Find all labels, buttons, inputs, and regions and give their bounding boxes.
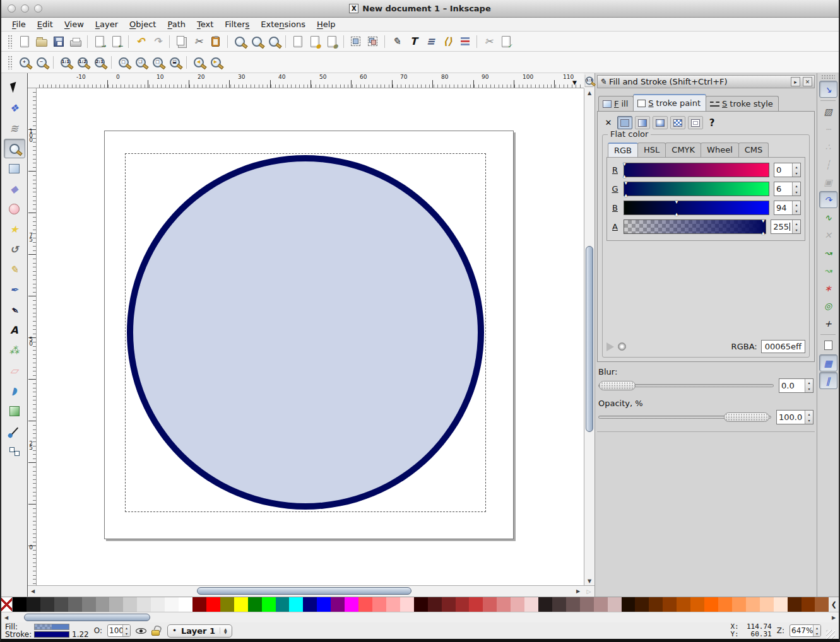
snap-to-paths-button[interactable]: ∿	[819, 209, 837, 226]
g-slider[interactable]	[624, 182, 769, 196]
duplicate-button[interactable]	[289, 33, 306, 50]
palette-swatch[interactable]	[96, 597, 110, 612]
palette-swatch[interactable]	[137, 597, 151, 612]
export-bitmap-button[interactable]: ←	[108, 33, 125, 50]
paste-button[interactable]	[207, 33, 224, 50]
no-paint-button[interactable]: ✕	[602, 117, 615, 129]
palette-swatch[interactable]	[386, 597, 400, 612]
palette-swatch[interactable]	[538, 597, 552, 612]
palette-swatch[interactable]	[192, 597, 206, 612]
palette-swatch[interactable]	[746, 597, 760, 612]
palette-swatch[interactable]	[428, 597, 442, 612]
snap-nodes-button[interactable]: ↷	[819, 191, 837, 208]
palette-scroll-right-arrow[interactable]: ▶	[829, 612, 839, 622]
selector-tool-button[interactable]	[4, 78, 25, 98]
zoom-to-drawing-button[interactable]	[248, 33, 265, 50]
palette-scroll-track[interactable]	[11, 612, 829, 622]
unlink-clone-button[interactable]: ●	[323, 33, 340, 50]
toolbar-grip[interactable]	[8, 35, 12, 49]
pen-tool-button[interactable]: ✒	[4, 280, 25, 300]
palette-swatch[interactable]	[442, 597, 456, 612]
opacity-spinbox[interactable]: 100.0 ▴▾	[776, 410, 813, 424]
snap-bbox-edges-button[interactable]: ┄	[819, 120, 837, 137]
palette-swatch[interactable]	[594, 597, 608, 612]
palette-swatch[interactable]	[372, 597, 386, 612]
palette-swatch[interactable]	[704, 597, 718, 612]
swatch-button[interactable]	[688, 116, 703, 129]
palette-scroll-left-arrow[interactable]: ◀	[1, 612, 11, 622]
palette-swatch[interactable]	[234, 597, 248, 612]
tweak-tool-button[interactable]: ≋	[4, 119, 25, 138]
palette-swatch[interactable]	[677, 597, 690, 612]
preferences-button[interactable]: ✂	[480, 33, 497, 50]
redo-button[interactable]: ↷	[149, 33, 166, 50]
palette-swatch[interactable]	[123, 597, 137, 612]
snap-guides-button[interactable]: ∥	[819, 372, 837, 389]
palette-swatch[interactable]	[276, 597, 290, 612]
print-document-button[interactable]	[67, 33, 84, 50]
zoom-to-selection-button[interactable]	[231, 33, 248, 50]
snap-cusp-nodes-button[interactable]: ↝	[819, 244, 837, 261]
palette-swatch[interactable]	[566, 597, 580, 612]
unknown-paint-button[interactable]: ?	[706, 117, 718, 129]
palette-swatch[interactable]	[151, 597, 165, 612]
zoom-page-width-button[interactable]: ⬓	[166, 54, 183, 71]
new-document-button[interactable]	[16, 33, 33, 50]
copy-button[interactable]	[173, 33, 190, 50]
resize-grip[interactable]	[826, 630, 835, 639]
palette-swatch[interactable]	[497, 597, 511, 612]
palette-swatch[interactable]	[608, 597, 622, 612]
snap-bbox-edge-midpoints-button[interactable]: ┆	[819, 156, 837, 173]
palette-swatch[interactable]	[663, 597, 677, 612]
fill-swatch[interactable]	[34, 624, 69, 630]
paint-bucket-tool-button[interactable]: ◗	[4, 381, 25, 400]
text-dialog-button[interactable]: T	[405, 33, 422, 50]
palette-swatch[interactable]	[469, 597, 483, 612]
palette-swatch[interactable]	[54, 597, 68, 612]
blur-spinbox[interactable]: 0.0 ▴▾	[779, 378, 813, 393]
gradient-tool-button[interactable]	[4, 401, 25, 421]
panel-float-button[interactable]: ▸	[791, 77, 800, 86]
palette-swatch[interactable]	[262, 597, 276, 612]
palette-swatch[interactable]	[649, 597, 663, 612]
snap-midpoints-button[interactable]: ∗	[819, 279, 837, 296]
palette-swatch[interactable]	[815, 597, 829, 612]
palette-swatch[interactable]	[524, 597, 538, 612]
palette-swatch[interactable]	[511, 597, 524, 612]
snap-object-centers-button[interactable]: ◎	[819, 297, 837, 314]
menu-view[interactable]: View	[59, 19, 90, 30]
g-spinbox[interactable]: 6▴▾	[774, 182, 801, 196]
palette-swatch[interactable]	[400, 597, 414, 612]
menu-text[interactable]: Text	[191, 19, 219, 30]
snap-grids-button[interactable]: ▦	[819, 354, 837, 371]
color-tab-wheel[interactable]: Wheel	[701, 143, 739, 157]
palette-swatch[interactable]	[165, 597, 179, 612]
zoom-window-button[interactable]	[34, 4, 42, 13]
tab-stroke-paint[interactable]: Stroke paint	[633, 94, 706, 111]
layer-lock-icon[interactable]	[151, 630, 160, 636]
palette-swatch[interactable]	[317, 597, 331, 612]
open-document-button[interactable]	[33, 33, 50, 50]
dropper-tool-button[interactable]	[4, 421, 25, 441]
scroll-right-arrow[interactable]: ▶	[573, 586, 583, 597]
opacity-slider[interactable]	[598, 416, 771, 419]
color-tab-cmyk[interactable]: CMYK	[665, 143, 701, 157]
palette-swatch[interactable]	[109, 597, 123, 612]
palette-swatch[interactable]	[718, 597, 732, 612]
a-spinbox[interactable]: 255▴▾	[771, 219, 801, 234]
palette-swatch[interactable]	[303, 597, 317, 612]
box3d-tool-button[interactable]: ◆	[4, 179, 25, 199]
menu-file[interactable]: File	[6, 19, 32, 30]
layer-selector[interactable]: • Layer 1 ▲▼	[167, 624, 232, 638]
tab-fill[interactable]: Fill	[598, 96, 634, 111]
toolbar-grip[interactable]	[8, 55, 12, 69]
palette-swatch[interactable]	[289, 597, 303, 612]
b-spinbox[interactable]: 94▴▾	[774, 201, 801, 215]
r-slider[interactable]	[624, 163, 769, 177]
blur-slider-thumb[interactable]	[599, 381, 636, 390]
snap-toolbar-grip[interactable]	[821, 74, 835, 79]
menu-help[interactable]: Help	[311, 19, 341, 30]
pattern-button[interactable]	[670, 116, 685, 129]
eraser-tool-button[interactable]: ▱	[4, 361, 25, 380]
palette-scroll-chevron[interactable]: ❮	[829, 597, 839, 612]
